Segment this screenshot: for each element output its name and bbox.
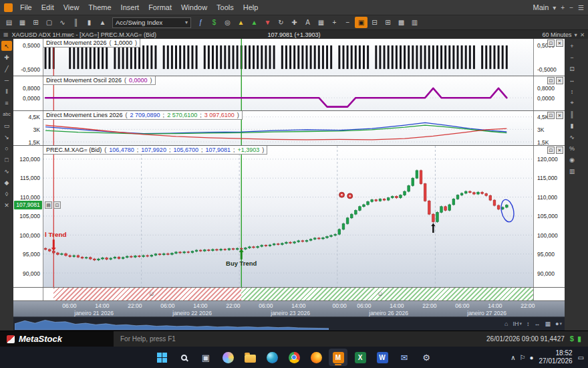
menu-theme[interactable]: Theme: [84, 2, 116, 13]
edge-browser-button[interactable]: [263, 349, 281, 366]
firefox-browser-button[interactable]: [307, 349, 325, 366]
nav-grid-icon[interactable]: ▦: [545, 320, 551, 327]
channel-tool[interactable]: ‖: [1, 86, 12, 96]
start-button[interactable]: [152, 349, 171, 366]
indicator-quicklist[interactable]: Acc/Swing Index ▾: [112, 17, 191, 28]
menu-format[interactable]: Format: [144, 2, 176, 13]
pane-maximize-button[interactable]: ⊡: [547, 147, 555, 154]
line-style-icon[interactable]: ∿: [56, 17, 69, 28]
symbol-tool[interactable]: ◆: [1, 177, 12, 187]
layers-tool[interactable]: ▥: [567, 166, 577, 176]
pane-maximize-button[interactable]: ⊡: [547, 39, 555, 47]
candlestick-style-icon[interactable]: ▮: [83, 17, 96, 28]
copy-window-icon[interactable]: ▢: [43, 17, 55, 28]
file-explorer-button[interactable]: [241, 349, 259, 366]
taskbar-clock[interactable]: 18:52 27/01/2026: [539, 349, 572, 365]
pointer-mode-icon[interactable]: ▣: [355, 17, 368, 28]
zoom-out-icon[interactable]: −: [341, 17, 354, 28]
indicator-fx-icon[interactable]: ƒ: [194, 17, 207, 28]
pan-tool[interactable]: ↔: [567, 75, 577, 85]
periodicity-label[interactable]: 60 Minutes: [543, 31, 572, 38]
zoom-out-tool[interactable]: −: [567, 52, 577, 62]
tile-vertical-icon[interactable]: ⊞: [382, 17, 394, 28]
menu-tools[interactable]: Tools: [212, 2, 239, 13]
line-chart-tool[interactable]: ∿: [567, 132, 577, 142]
pane-close-button[interactable]: ✕: [556, 147, 563, 154]
zoom-in-icon[interactable]: +: [328, 17, 341, 28]
periodicity-dropdown-icon[interactable]: ▾: [575, 31, 577, 38]
open-chart-icon[interactable]: ▤: [3, 17, 15, 28]
menu-edit[interactable]: Edit: [37, 2, 59, 13]
settings-button[interactable]: ⚙: [417, 349, 436, 366]
nav-period-button[interactable]: IH▾: [513, 320, 523, 327]
cascade-windows-icon[interactable]: ▩: [395, 17, 408, 28]
pane-close-button[interactable]: ✕: [556, 77, 563, 84]
expert-advisor-icon[interactable]: $: [208, 17, 220, 28]
chrome-browser-button[interactable]: [285, 349, 303, 366]
crosshair-icon[interactable]: ✚: [288, 17, 301, 28]
navigator-minichart[interactable]: [15, 318, 329, 330]
pane-close-button[interactable]: ✕: [556, 39, 563, 47]
expert-status-icon[interactable]: $: [570, 335, 574, 343]
arrow-tool[interactable]: ↘: [1, 132, 12, 142]
close-chart-icon[interactable]: ✕: [580, 31, 585, 38]
chart-navigator[interactable]: ⌂IH▾↕↔▦●▾: [13, 317, 565, 331]
word-app-button[interactable]: W: [373, 349, 392, 366]
eraser-tool[interactable]: ◊: [1, 189, 12, 199]
copilot-button[interactable]: [218, 349, 237, 366]
text-note-icon[interactable]: A: [301, 17, 314, 28]
pane-close-button[interactable]: ✕: [556, 112, 563, 119]
crosshair-tool[interactable]: ✚: [1, 52, 12, 62]
notification-center-icon[interactable]: ▭: [578, 354, 584, 361]
app-menu-icon[interactable]: ☰: [578, 4, 584, 11]
explorer-icon[interactable]: ◎: [221, 17, 234, 28]
pane-maximize-button[interactable]: ⊡: [547, 77, 555, 84]
print-preview-icon[interactable]: ⊡: [53, 201, 61, 209]
network-icon[interactable]: ⚐: [519, 354, 525, 361]
nav-pointer-icon[interactable]: ●▾: [555, 320, 562, 327]
zigzag-tool[interactable]: ∿: [1, 166, 12, 176]
new-workspace-icon[interactable]: +: [561, 4, 565, 11]
buy-arrow-icon[interactable]: ▲: [248, 17, 261, 28]
menu-view[interactable]: View: [59, 2, 84, 13]
menu-file[interactable]: File: [15, 2, 37, 13]
menu-window[interactable]: Window: [176, 2, 212, 13]
crosshair-pointer-tool[interactable]: ⌖: [567, 98, 577, 108]
online-status-icon[interactable]: ▮: [577, 335, 581, 343]
bar-style-icon[interactable]: ║: [69, 17, 82, 28]
vscale-tool[interactable]: ↕: [567, 86, 577, 96]
snapshot-tool[interactable]: ◉: [567, 155, 577, 165]
percent-scale-tool[interactable]: %: [567, 143, 577, 153]
workspace-layout-icon[interactable]: ▥: [408, 17, 421, 28]
excel-app-button[interactable]: X: [351, 349, 370, 366]
candle-chart-tool[interactable]: ▮: [567, 120, 577, 130]
sell-arrow-icon[interactable]: ▼: [261, 17, 274, 28]
nav-hscale-icon[interactable]: ↔: [535, 320, 541, 327]
metastock-app-button[interactable]: M: [329, 349, 347, 366]
workspace-selector[interactable]: Main: [533, 3, 549, 11]
workspace-dropdown-icon[interactable]: ▾: [553, 4, 556, 11]
rectangle-tool[interactable]: □: [1, 155, 12, 165]
chart-options-icon[interactable]: ▤: [45, 201, 52, 209]
mountain-style-icon[interactable]: ▲: [96, 17, 109, 28]
volume-icon[interactable]: ●: [529, 354, 533, 361]
price-plot[interactable]: l TrendBuy Trend ▤⊡: [43, 146, 534, 287]
delete-tool[interactable]: ✕: [1, 200, 12, 210]
zoom-box-tool[interactable]: ⊡: [567, 64, 577, 74]
tile-horizontal-icon[interactable]: ⊟: [368, 17, 381, 28]
save-chart-icon[interactable]: ▦: [16, 17, 29, 28]
callout-tool[interactable]: ▭: [1, 120, 12, 130]
tray-expand-icon[interactable]: ∧: [510, 354, 515, 361]
task-view-button[interactable]: ▣: [196, 349, 215, 366]
alert-icon[interactable]: ▲: [235, 17, 247, 28]
bar-chart-tool[interactable]: ║: [567, 109, 577, 119]
grid-toggle-icon[interactable]: ▦: [315, 17, 327, 28]
trendline-tool[interactable]: ╱: [1, 64, 12, 74]
refresh-data-icon[interactable]: ↻: [275, 17, 287, 28]
collapse-ribbon-icon[interactable]: −: [569, 4, 573, 11]
pointer-tool[interactable]: ↖: [1, 41, 12, 51]
nav-vscale-icon[interactable]: ↕: [527, 320, 530, 327]
mail-app-button[interactable]: ✉: [395, 349, 414, 366]
search-button[interactable]: [174, 349, 193, 366]
text-tool[interactable]: abc: [1, 109, 12, 119]
